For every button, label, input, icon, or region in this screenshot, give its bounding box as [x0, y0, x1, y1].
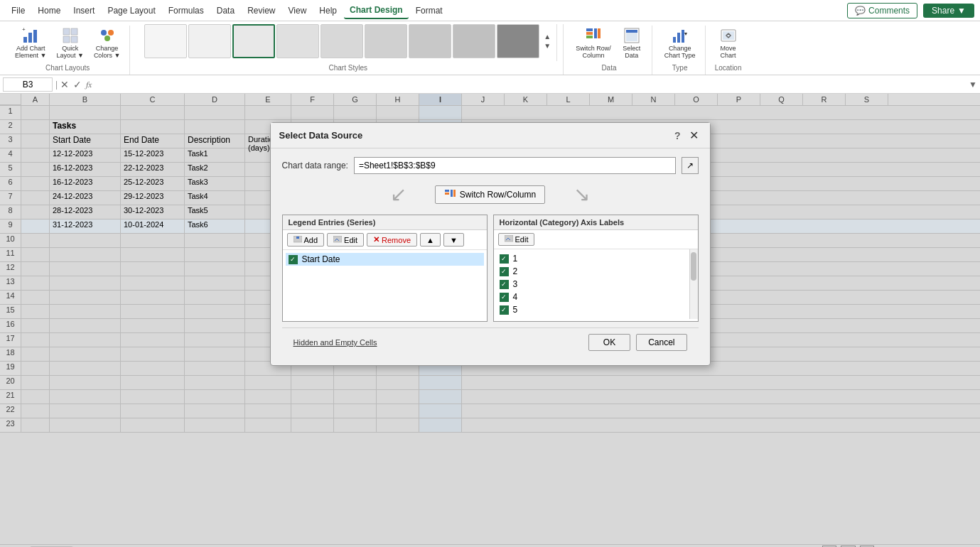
quick-layout-icon	[62, 28, 79, 45]
legend-move-up-button[interactable]: ▲	[420, 233, 441, 247]
switch-icon	[444, 189, 456, 200]
menu-formulas[interactable]: Formulas	[163, 3, 210, 18]
comments-label: Comments	[868, 6, 910, 16]
menu-file[interactable]: File	[6, 3, 31, 18]
axis-item-4[interactable]: 4	[497, 291, 686, 303]
svg-point-10	[104, 36, 110, 41]
cancel-formula-icon[interactable]: ✕	[60, 79, 69, 90]
menu-page-layout[interactable]: Page Layout	[102, 3, 161, 18]
axis-scrollbar[interactable]	[689, 249, 698, 319]
formula-expand-icon[interactable]: ▼	[969, 80, 977, 90]
footer-buttons: OK Cancel	[588, 334, 687, 351]
formula-actions: ✕ ✓ 𝑓𝑥	[60, 79, 92, 90]
comments-button[interactable]: 💬 Comments	[847, 3, 917, 18]
dialog-help-button[interactable]: ?	[674, 130, 681, 141]
chart-style-2[interactable]	[188, 24, 231, 58]
axis-checkbox-5[interactable]	[500, 305, 509, 315]
formula-input[interactable]	[95, 78, 966, 91]
axis-checkbox-2[interactable]	[500, 267, 509, 276]
cancel-button[interactable]: Cancel	[636, 334, 686, 351]
axis-checkbox-1[interactable]	[500, 254, 509, 264]
main-content: A B C D E F G H I J K L M N O P Q R S 1	[0, 94, 980, 547]
chart-style-8[interactable]	[453, 24, 495, 58]
axis-item-1[interactable]: 1	[497, 252, 686, 265]
legend-item-start-date[interactable]: Start Date	[286, 253, 484, 266]
share-button[interactable]: Share ▼	[923, 4, 974, 18]
two-columns: Legend Entries (Series) Add Edit	[282, 215, 699, 322]
move-chart-button[interactable]: MoveChart	[714, 26, 743, 61]
change-chart-type-label: ChangeChart Type	[664, 45, 696, 59]
legend-add-button[interactable]: Add	[287, 233, 325, 247]
right-arrow-shape: ↘	[574, 183, 590, 206]
type-group-label: Type	[672, 64, 688, 72]
formula-bar-divider: |	[55, 80, 58, 90]
sheet-area: A B C D E F G H I J K L M N O P Q R S 1	[0, 94, 980, 547]
menu-data[interactable]: Data	[211, 3, 240, 18]
menu-view[interactable]: View	[283, 3, 313, 18]
cell-reference-input[interactable]	[3, 77, 53, 92]
chart-style-7[interactable]	[409, 24, 451, 58]
chart-layout-buttons: + Add ChartElement ▼ QuickLayout ▼ Chang…	[11, 26, 124, 61]
svg-rect-24	[445, 190, 449, 192]
legend-edit-button[interactable]: Edit	[327, 233, 364, 247]
chart-style-9[interactable]	[497, 24, 539, 58]
menu-home[interactable]: Home	[32, 3, 66, 18]
svg-rect-25	[445, 193, 449, 195]
add-chart-element-button[interactable]: + Add ChartElement ▼	[11, 26, 50, 61]
legend-toolbar: Add Edit ✕ Remove ▲	[283, 230, 487, 250]
svg-rect-27	[453, 190, 456, 197]
legend-checkbox-start-date[interactable]	[289, 255, 298, 264]
menu-format[interactable]: Format	[410, 3, 448, 18]
ok-button[interactable]: OK	[588, 334, 630, 351]
switch-section: ↙ Switch Row/Column ↘	[282, 183, 699, 206]
legend-move-down-button[interactable]: ▼	[443, 233, 464, 247]
svg-rect-19	[673, 37, 676, 43]
chart-style-5[interactable]	[321, 24, 363, 58]
select-data-label: SelectData	[623, 45, 640, 59]
change-chart-type-icon	[672, 28, 689, 45]
legend-list: Start Date	[283, 250, 487, 321]
chart-style-4[interactable]	[276, 24, 319, 58]
move-chart-icon	[720, 28, 737, 45]
change-colors-button[interactable]: ChangeColors ▼	[90, 26, 124, 61]
svg-rect-1	[28, 33, 32, 43]
axis-item-5[interactable]: 5	[497, 303, 686, 316]
chart-styles-scroll-down[interactable]: ▼	[544, 42, 551, 50]
change-chart-type-button[interactable]: ChangeChart Type	[661, 26, 699, 61]
confirm-formula-icon[interactable]: ✓	[73, 79, 82, 90]
axis-scrollbar-thumb[interactable]	[691, 252, 696, 281]
axis-labels-header: Horizontal (Category) Axis Labels	[494, 215, 698, 230]
axis-item-2[interactable]: 2	[497, 265, 686, 278]
svg-rect-29	[296, 237, 299, 239]
axis-item-3[interactable]: 3	[497, 278, 686, 291]
hidden-empty-cells-button[interactable]: Hidden and Empty Cells	[294, 338, 377, 347]
switch-row-column-dialog-button[interactable]: Switch Row/Column	[435, 185, 545, 204]
chart-styles-scroll-up[interactable]: ▲	[544, 33, 551, 40]
svg-rect-26	[451, 190, 453, 197]
quick-layout-label: QuickLayout ▼	[56, 45, 83, 59]
chart-style-3[interactable]	[232, 24, 275, 58]
menu-bar: File Home Insert Page Layout Formulas Da…	[0, 0, 980, 21]
axis-labels-section: Horizontal (Category) Axis Labels Edit	[493, 215, 699, 322]
chart-data-range-input[interactable]	[354, 157, 676, 174]
axis-checkbox-3[interactable]	[500, 280, 509, 289]
svg-rect-5	[71, 28, 77, 35]
menu-help[interactable]: Help	[313, 3, 343, 18]
switch-row-column-button[interactable]: Switch Row/Column	[572, 26, 615, 61]
select-data-button[interactable]: SelectData	[618, 26, 646, 61]
chart-data-range-collapse-button[interactable]: ↗	[682, 157, 699, 174]
axis-label-1: 1	[513, 254, 518, 264]
dialog-body: Chart data range: ↗ ↙	[271, 148, 710, 365]
chart-style-6[interactable]	[365, 24, 407, 58]
quick-layout-button[interactable]: QuickLayout ▼	[53, 26, 87, 61]
axis-checkbox-4[interactable]	[500, 293, 509, 302]
insert-function-icon[interactable]: 𝑓𝑥	[86, 80, 92, 90]
axis-edit-button[interactable]: Edit	[498, 233, 535, 246]
dialog-close-button[interactable]: ✕	[686, 129, 701, 142]
menu-insert[interactable]: Insert	[68, 3, 100, 18]
menu-chart-design[interactable]: Chart Design	[344, 2, 409, 19]
chart-style-1[interactable]	[144, 24, 187, 58]
legend-remove-button[interactable]: ✕ Remove	[367, 233, 417, 247]
chart-styles-scroll: ▲ ▼	[544, 33, 551, 50]
menu-review[interactable]: Review	[242, 3, 281, 18]
